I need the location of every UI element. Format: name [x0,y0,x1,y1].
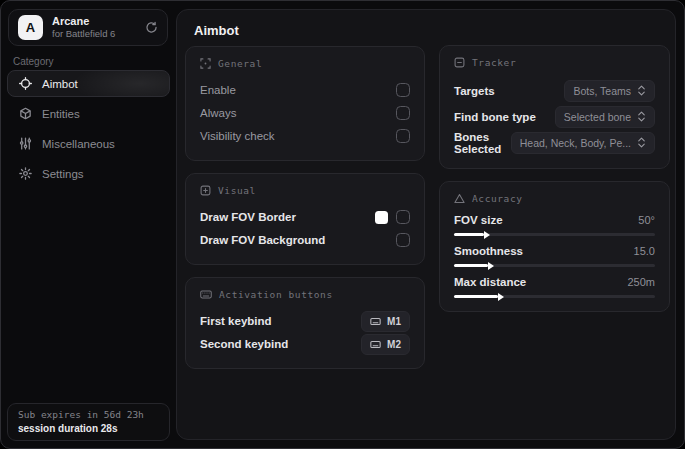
tracker-card: Tracker Targets Bots, Teams Find bone [439,45,670,169]
setting-row-draw-fov-background: Draw FOV Background [200,229,410,251]
setting-row-always: Always [200,102,410,124]
dropdown-value: Bots, Teams [573,85,631,97]
sidebar-item-entities[interactable]: Entities [7,100,170,127]
keyboard-icon [200,289,212,300]
left-column: General Enable Always Visibility check [185,46,425,369]
chevrons-up-down-icon [637,137,646,148]
slider-fill[interactable] [454,233,484,236]
visibility-check-checkbox[interactable] [396,129,410,143]
second-keybind-button[interactable]: M2 [361,334,410,355]
cube-icon [19,107,32,120]
color-swatch[interactable] [375,211,388,224]
setting-label: Draw FOV Background [200,234,325,246]
targets-dropdown[interactable]: Bots, Teams [564,80,655,102]
setting-label: Enable [200,84,236,96]
refresh-icon[interactable] [145,21,158,34]
bones-selected-dropdown[interactable]: Head, Neck, Body, Pe... [511,132,655,154]
setting-label: Smoothness [454,245,523,257]
card-title: General [218,58,262,69]
card-title: Visual [218,185,256,196]
triangle-icon [454,193,465,204]
sidebar-item-label: Settings [42,168,84,180]
enable-checkbox[interactable] [396,83,410,97]
dropdown-value: Selected bone [564,111,631,123]
brand-card: A Arcane for Battlefield 6 [8,9,168,46]
sidebar-item-aimbot[interactable]: Aimbot [7,70,170,97]
chevrons-up-down-icon [637,85,646,96]
scan-icon [200,58,211,69]
activation-card-header: Activation buttons [200,289,410,300]
subscription-info: Sub expires in 56d 23h session duration … [7,403,170,441]
setting-row-fov-size: FOV size 50° [454,214,655,236]
setting-row-smoothness: Smoothness 15.0 [454,245,655,267]
setting-row-visibility-check: Visibility check [200,125,410,147]
slider-fill[interactable] [454,264,488,267]
setting-label: Bones Selected [454,131,511,155]
setting-label: Visibility check [200,130,275,142]
setting-row-bones-selected: Bones Selected Head, Neck, Body, Pe... [454,130,655,155]
max-distance-slider[interactable] [454,295,655,298]
setting-label: Targets [454,85,495,97]
dropdown-value: Head, Neck, Body, Pe... [520,137,631,149]
sub-expiry-text: Sub expires in 56d 23h [18,409,159,420]
accuracy-card: Accuracy FOV size 50° Smoothness 15.0 [439,181,670,312]
category-label: Category [13,56,54,67]
setting-label: First keybind [200,315,272,327]
setting-label: FOV size [454,214,503,226]
setting-row-second-keybind: Second keybind M2 [200,333,410,355]
main-panel: Aimbot General Enable [176,9,676,440]
accuracy-card-header: Accuracy [454,193,655,204]
card-title: Tracker [472,57,516,68]
first-keybind-button[interactable]: M1 [361,311,410,332]
sidebar-nav: Aimbot Entities Miscella [7,70,170,187]
setting-row-enable: Enable [200,79,410,101]
square-minus-icon [454,57,465,68]
find-bone-type-dropdown[interactable]: Selected bone [555,106,655,128]
sidebar-item-label: Aimbot [42,78,78,90]
app-window: A Arcane for Battlefield 6 Category [0,0,685,449]
setting-row-draw-fov-border: Draw FOV Border [200,206,410,228]
sidebar: A Arcane for Battlefield 6 Category [1,1,176,448]
setting-row-find-bone-type: Find bone type Selected bone [454,104,655,129]
sidebar-item-label: Miscellaneous [42,138,115,150]
right-column: Tracker Targets Bots, Teams Find bone [439,45,670,312]
controls-group [375,210,410,224]
setting-label: Second keybind [200,338,288,350]
setting-label: Max distance [454,276,526,288]
setting-label: Draw FOV Border [200,211,296,223]
brand-subtitle: for Battlefield 6 [52,28,115,40]
setting-label: Find bone type [454,111,536,123]
activation-buttons-card: Activation buttons First keybind M1 S [185,277,425,369]
keybind-value: M2 [387,339,401,350]
setting-label: Always [200,107,236,119]
fov-size-slider[interactable] [454,233,655,236]
keyboard-icon [370,340,381,349]
session-duration-text: session duration 28s [18,423,159,434]
crosshair-icon [19,77,32,90]
card-title: Activation buttons [219,289,333,300]
slider-value: 15.0 [634,245,655,257]
square-plus-icon [200,185,211,196]
draw-fov-border-checkbox[interactable] [396,210,410,224]
slider-value: 250m [627,276,655,288]
brand-title: Arcane [52,15,115,28]
brand-avatar: A [18,15,43,40]
setting-row-targets: Targets Bots, Teams [454,78,655,103]
general-card: General Enable Always Visibility check [185,46,425,161]
gear-icon [19,167,32,180]
always-checkbox[interactable] [396,106,410,120]
tracker-card-header: Tracker [454,57,655,68]
card-title: Accuracy [472,193,523,204]
chevrons-up-down-icon [637,111,646,122]
setting-row-max-distance: Max distance 250m [454,276,655,298]
sidebar-item-settings[interactable]: Settings [7,160,170,187]
draw-fov-background-checkbox[interactable] [396,233,410,247]
brand-text: Arcane for Battlefield 6 [52,15,115,40]
keyboard-icon [370,317,381,326]
slider-fill[interactable] [454,295,498,298]
visual-card-header: Visual [200,185,410,196]
sidebar-item-miscellaneous[interactable]: Miscellaneous [7,130,170,157]
visual-card: Visual Draw FOV Border Draw FOV Backgrou… [185,173,425,265]
smoothness-slider[interactable] [454,264,655,267]
sidebar-item-label: Entities [42,108,80,120]
